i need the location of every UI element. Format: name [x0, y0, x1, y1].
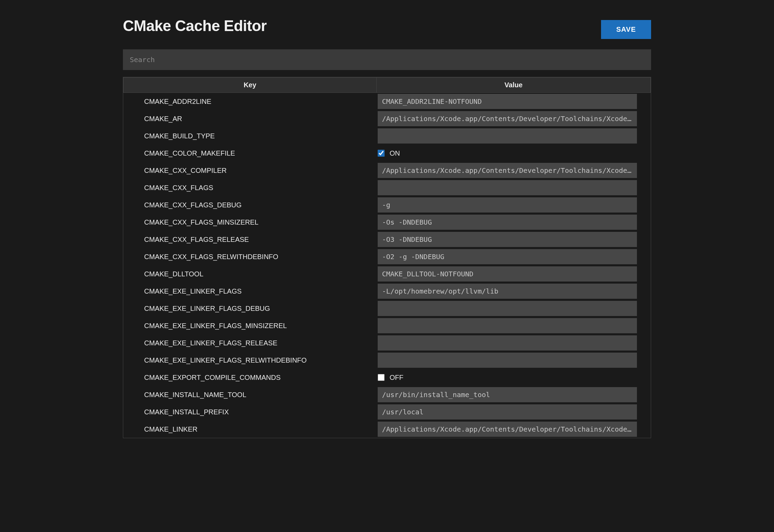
page-title: CMake Cache Editor	[123, 17, 267, 35]
cache-value-input[interactable]	[378, 404, 637, 420]
cache-value-input[interactable]	[378, 301, 637, 316]
table-row: CMAKE_EXE_LINKER_FLAGS_MINSIZEREL	[124, 317, 651, 334]
cache-key: CMAKE_EXPORT_COMPILE_COMMANDS	[124, 369, 377, 386]
table-row: CMAKE_BUILD_TYPE	[124, 127, 651, 145]
column-header-value: Value	[376, 78, 650, 93]
table-row: CMAKE_LINKER	[124, 421, 651, 438]
table-row: CMAKE_CXX_COMPILER	[124, 162, 651, 179]
table-row: CMAKE_CXX_FLAGS_DEBUG	[124, 196, 651, 214]
cache-value-cell	[376, 196, 650, 214]
bool-wrap: ON	[378, 149, 637, 157]
cache-value-input[interactable]	[378, 163, 637, 178]
cache-key: CMAKE_AR	[124, 110, 377, 127]
cache-key: CMAKE_LINKER	[124, 421, 377, 438]
cache-value-input[interactable]	[378, 94, 637, 109]
cache-value-input[interactable]	[378, 318, 637, 333]
table-row: CMAKE_CXX_FLAGS_RELWITHDEBINFO	[124, 248, 651, 265]
table-row: CMAKE_CXX_FLAGS_MINSIZEREL	[124, 214, 651, 231]
column-header-key: Key	[124, 78, 377, 93]
cache-value-cell	[376, 265, 650, 283]
page-container: CMake Cache Editor SAVE Key Value CMAKE_…	[123, 0, 651, 438]
cache-key: CMAKE_EXE_LINKER_FLAGS_RELWITHDEBINFO	[124, 352, 377, 369]
cache-value-input[interactable]	[378, 353, 637, 368]
cache-value-cell	[376, 403, 650, 421]
cache-value-input[interactable]	[378, 197, 637, 213]
cache-value-cell	[376, 110, 650, 127]
cache-value-cell: ON	[376, 145, 650, 162]
table-row: CMAKE_CXX_FLAGS_RELEASE	[124, 231, 651, 248]
cache-value-input[interactable]	[378, 128, 637, 144]
cache-value-cell	[376, 93, 650, 110]
cache-value-cell	[376, 300, 650, 317]
bool-state-label: OFF	[389, 374, 403, 382]
search-input[interactable]	[123, 49, 651, 70]
cache-value-checkbox[interactable]	[378, 150, 385, 157]
table-row: CMAKE_COLOR_MAKEFILEON	[124, 145, 651, 162]
cache-key: CMAKE_CXX_FLAGS	[124, 179, 377, 196]
cache-value-input[interactable]	[378, 111, 637, 126]
table-row: CMAKE_EXE_LINKER_FLAGS_RELEASE	[124, 334, 651, 352]
save-button[interactable]: SAVE	[601, 20, 651, 39]
cache-key: CMAKE_EXE_LINKER_FLAGS_DEBUG	[124, 300, 377, 317]
cache-key: CMAKE_CXX_FLAGS_MINSIZEREL	[124, 214, 377, 231]
table-row: CMAKE_CXX_FLAGS	[124, 179, 651, 196]
cache-value-input[interactable]	[378, 180, 637, 195]
cache-value-input[interactable]	[378, 335, 637, 351]
table-row: CMAKE_AR	[124, 110, 651, 127]
cache-key: CMAKE_INSTALL_PREFIX	[124, 403, 377, 421]
cache-value-checkbox[interactable]	[378, 374, 385, 381]
cache-value-cell	[376, 231, 650, 248]
cache-key: CMAKE_COLOR_MAKEFILE	[124, 145, 377, 162]
bool-wrap: OFF	[378, 374, 637, 382]
cache-value-input[interactable]	[378, 232, 637, 247]
cache-key: CMAKE_CXX_FLAGS_RELEASE	[124, 231, 377, 248]
cache-key: CMAKE_INSTALL_NAME_TOOL	[124, 386, 377, 403]
cache-value-cell	[376, 248, 650, 265]
cache-key: CMAKE_EXE_LINKER_FLAGS	[124, 283, 377, 300]
cache-value-cell	[376, 283, 650, 300]
cache-value-cell	[376, 179, 650, 196]
table-row: CMAKE_EXE_LINKER_FLAGS	[124, 283, 651, 300]
cache-key: CMAKE_CXX_FLAGS_DEBUG	[124, 196, 377, 214]
bool-state-label: ON	[389, 149, 400, 157]
cache-value-cell	[376, 127, 650, 145]
table-row: CMAKE_INSTALL_PREFIX	[124, 403, 651, 421]
cache-value-cell	[376, 334, 650, 352]
cache-table: Key Value CMAKE_ADDR2LINECMAKE_ARCMAKE_B…	[123, 77, 651, 438]
table-row: CMAKE_EXE_LINKER_FLAGS_DEBUG	[124, 300, 651, 317]
cache-value-input[interactable]	[378, 422, 637, 437]
cache-key: CMAKE_DLLTOOL	[124, 265, 377, 283]
table-row: CMAKE_INSTALL_NAME_TOOL	[124, 386, 651, 403]
header-row: CMake Cache Editor SAVE	[123, 17, 651, 39]
cache-value-input[interactable]	[378, 249, 637, 264]
cache-value-input[interactable]	[378, 284, 637, 299]
table-row: CMAKE_EXPORT_COMPILE_COMMANDSOFF	[124, 369, 651, 386]
table-row: CMAKE_EXE_LINKER_FLAGS_RELWITHDEBINFO	[124, 352, 651, 369]
cache-value-cell	[376, 162, 650, 179]
cache-value-cell	[376, 421, 650, 438]
cache-key: CMAKE_EXE_LINKER_FLAGS_RELEASE	[124, 334, 377, 352]
table-row: CMAKE_DLLTOOL	[124, 265, 651, 283]
cache-key: CMAKE_BUILD_TYPE	[124, 127, 377, 145]
cache-value-input[interactable]	[378, 215, 637, 230]
cache-key: CMAKE_EXE_LINKER_FLAGS_MINSIZEREL	[124, 317, 377, 334]
cache-key: CMAKE_ADDR2LINE	[124, 93, 377, 110]
cache-value-cell: OFF	[376, 369, 650, 386]
table-row: CMAKE_ADDR2LINE	[124, 93, 651, 110]
cache-value-cell	[376, 214, 650, 231]
cache-table-wrap: Key Value CMAKE_ADDR2LINECMAKE_ARCMAKE_B…	[123, 77, 651, 438]
cache-value-cell	[376, 352, 650, 369]
cache-value-input[interactable]	[378, 387, 637, 402]
cache-key: CMAKE_CXX_FLAGS_RELWITHDEBINFO	[124, 248, 377, 265]
cache-value-cell	[376, 386, 650, 403]
cache-value-cell	[376, 317, 650, 334]
cache-key: CMAKE_CXX_COMPILER	[124, 162, 377, 179]
cache-value-input[interactable]	[378, 266, 637, 282]
